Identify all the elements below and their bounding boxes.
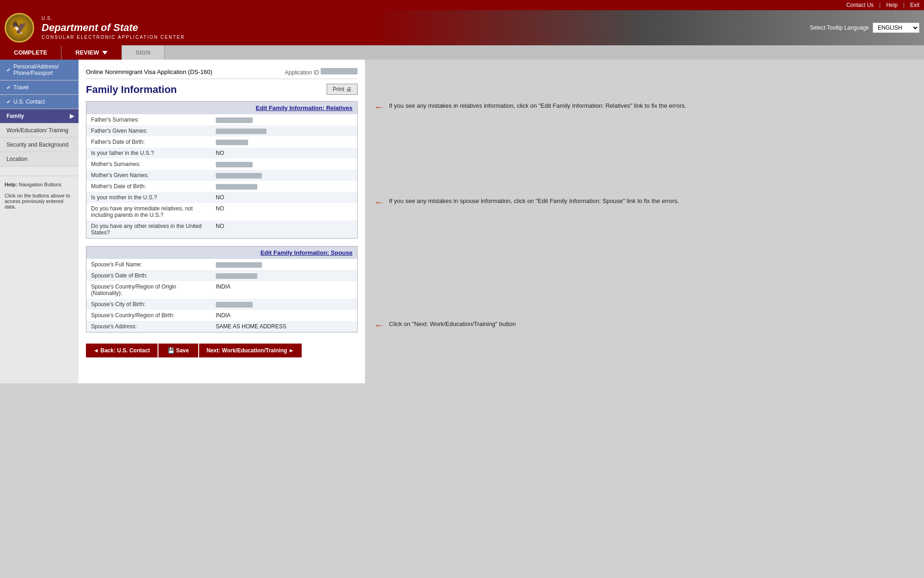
field-label: Father's Given Names: [86, 125, 211, 136]
field-label: Spouse's City of Birth: [86, 299, 211, 310]
sidebar: ✔ Personal/Address/ Phone/Passport ✔ Tra… [0, 60, 79, 383]
field-value: INDIA [211, 310, 357, 321]
field-label: Spouse's Address: [86, 321, 211, 332]
relatives-info-box: Edit Family Information: Relatives Fathe… [86, 101, 358, 239]
page-title: Family Information [86, 84, 358, 96]
field-label: Spouse's Country/Region of Origin (Natio… [86, 281, 211, 299]
tab-sign[interactable]: SIGN [122, 45, 165, 60]
field-value: INDIA [211, 281, 357, 299]
field-label: Spouse's Full Name: [86, 259, 211, 270]
field-value: NO [211, 192, 357, 203]
relatives-annotation-text: If you see any mistakes in relatives inf… [389, 101, 687, 111]
dept-subtitle: CONSULAR ELECTRONIC APPLICATION CENTER [42, 34, 185, 40]
field-value: SAME AS HOME ADDRESS [211, 321, 357, 332]
field-value [211, 114, 357, 125]
field-label: Father's Surnames: [86, 114, 211, 125]
field-label: Spouse's Date of Birth: [86, 270, 211, 281]
field-label: Spouse's Country/Region of Birth: [86, 310, 211, 321]
exit-link[interactable]: Exit [910, 2, 919, 8]
field-value: NO [211, 203, 357, 221]
field-label: Father's Date of Birth: [86, 136, 211, 148]
app-id-value [321, 68, 358, 74]
sidebar-item-label: U.S. Contact [13, 98, 45, 105]
tab-review[interactable]: REVIEW [61, 45, 122, 60]
sidebar-item-personal[interactable]: ✔ Personal/Address/ Phone/Passport [0, 60, 79, 80]
print-icon: 🖨 [346, 86, 352, 92]
check-icon: ✔ [6, 85, 11, 91]
main-layout: ✔ Personal/Address/ Phone/Passport ✔ Tra… [0, 60, 924, 383]
sidebar-item-label: Family [6, 113, 24, 119]
top-bar: Contact Us | Help | Exit [0, 0, 924, 10]
field-label: Do you have any other relatives in the U… [86, 221, 211, 238]
save-button[interactable]: 💾 Save [158, 344, 198, 357]
sidebar-item-security[interactable]: Security and Background [0, 138, 79, 152]
header: 🦅 U.S. Department of State CONSULAR ELEC… [0, 10, 924, 45]
field-value [211, 136, 357, 148]
sidebar-item-label: Work/Education/ Training [6, 127, 68, 134]
next-annotation: ← Click on "Next: Work/Education/Trainin… [374, 320, 915, 332]
tooltip-label: Select Tooltip Language [810, 25, 869, 31]
help-text: Click on the buttons above to access pre… [5, 193, 74, 209]
spouse-annotation: ← If you see any mistakes in spouse info… [374, 197, 915, 209]
annotation-area: ← If you see any mistakes in relatives i… [365, 60, 924, 383]
relatives-table: Father's Surnames:Father's Given Names:F… [86, 114, 357, 238]
field-value [211, 125, 357, 136]
tooltip-language-select[interactable]: ENGLISH SPANISH FRENCH [873, 23, 919, 33]
field-value: NO [211, 221, 357, 238]
tab-complete[interactable]: COMPLETE [0, 45, 61, 60]
field-value [211, 170, 357, 181]
check-icon: ✔ [6, 99, 11, 105]
seal-icon: 🦅 [5, 13, 34, 43]
edit-relatives-link[interactable]: Edit Family Information: Relatives [256, 105, 353, 111]
next-annotation-text: Click on "Next: Work/Education/Training"… [389, 320, 516, 329]
field-label: Mother's Given Names: [86, 170, 211, 181]
content-area: Online Nonimmigrant Visa Application (DS… [79, 60, 365, 383]
next-arrow-icon: ← [374, 320, 384, 331]
help-link[interactable]: Help [886, 2, 898, 8]
field-label: Do you have any immediate relatives, not… [86, 203, 211, 221]
arrow-right-icon: ▶ [70, 113, 74, 119]
sidebar-item-label: Security and Background [6, 141, 68, 148]
tooltip-language-area: Select Tooltip Language ENGLISH SPANISH … [810, 23, 919, 33]
check-icon: ✔ [6, 67, 11, 73]
help-section: Help: Navigation Buttons Click on the bu… [0, 176, 79, 215]
sidebar-item-label: Personal/Address/ Phone/Passport [13, 63, 74, 76]
field-value [211, 181, 357, 192]
field-value: NO [211, 148, 357, 159]
review-arrow-icon [102, 51, 108, 55]
field-label: Is your father in the U.S.? [86, 148, 211, 159]
contact-us-link[interactable]: Contact Us [846, 2, 874, 8]
field-label: Is your mother in the U.S.? [86, 192, 211, 203]
bottom-nav: ◄ Back: U.S. Contact 💾 Save Next: Work/E… [86, 340, 358, 361]
edit-spouse-link[interactable]: Edit Family Information: Spouse [261, 249, 353, 256]
field-value [211, 259, 357, 270]
relatives-arrow-icon: ← [374, 101, 384, 113]
app-id-bar: Online Nonimmigrant Visa Application (DS… [86, 65, 358, 79]
print-button[interactable]: Print 🖨 [327, 84, 358, 95]
sidebar-item-work-education[interactable]: Work/Education/ Training [0, 123, 79, 138]
spouse-info-box: Edit Family Information: Spouse Spouse's… [86, 246, 358, 332]
sidebar-item-location[interactable]: Location [0, 152, 79, 166]
nav-tabs: COMPLETE REVIEW SIGN [0, 45, 924, 60]
sidebar-item-us-contact[interactable]: ✔ U.S. Contact [0, 95, 79, 109]
relatives-box-header: Edit Family Information: Relatives [86, 102, 357, 114]
field-value [211, 159, 357, 170]
back-button[interactable]: ◄ Back: U.S. Contact [86, 344, 158, 357]
field-label: Mother's Date of Birth: [86, 181, 211, 192]
sidebar-item-family[interactable]: Family ▶ [0, 109, 79, 123]
field-value [211, 299, 357, 310]
spouse-table: Spouse's Full Name:Spouse's Date of Birt… [86, 259, 357, 332]
help-title: Navigation Buttons [19, 182, 61, 187]
relatives-annotation: ← If you see any mistakes in relatives i… [374, 101, 915, 113]
sidebar-item-label: Travel [13, 84, 29, 91]
sidebar-item-label: Location [6, 156, 27, 162]
sidebar-item-travel[interactable]: ✔ Travel [0, 80, 79, 95]
field-label: Mother's Surnames: [86, 159, 211, 170]
next-button[interactable]: Next: Work/Education/Training ► [199, 344, 302, 357]
help-label: Help: [5, 182, 18, 187]
app-title: Online Nonimmigrant Visa Application (DS… [86, 68, 213, 75]
field-value [211, 270, 357, 281]
app-id: Application ID [285, 68, 358, 76]
spouse-annotation-text: If you see any mistakes in spouse inform… [389, 197, 679, 206]
spouse-box-header: Edit Family Information: Spouse [86, 246, 357, 259]
